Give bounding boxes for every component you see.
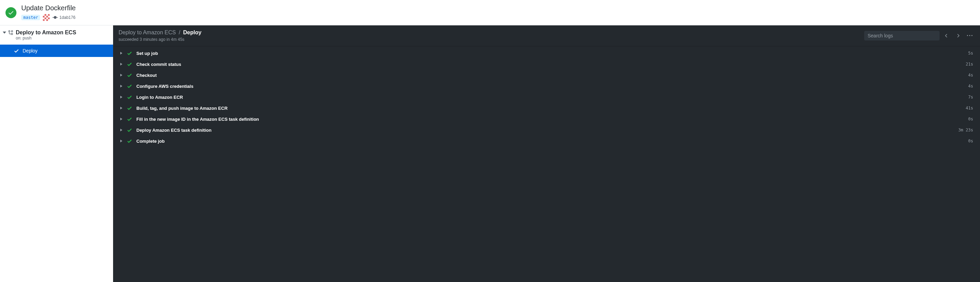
chevron-right-icon: [120, 74, 123, 77]
workflow-trigger: on: push: [16, 36, 76, 40]
breadcrumb-parent[interactable]: Deploy to Amazon ECS: [119, 29, 176, 35]
step-time: 5s: [968, 51, 973, 56]
breadcrumb: Deploy to Amazon ECS / Deploy: [119, 29, 202, 36]
commit-icon: [52, 15, 58, 20]
step-row[interactable]: Complete job 0s: [113, 136, 980, 146]
step-time: 41s: [966, 106, 973, 111]
next-button[interactable]: [953, 31, 963, 40]
workflow-title: Deploy to Amazon ECS: [16, 29, 76, 36]
chevron-right-icon: [120, 63, 123, 66]
step-time: 21s: [966, 62, 973, 67]
step-time: 3m 23s: [958, 128, 973, 132]
workflow-header[interactable]: Deploy to Amazon ECS on: push: [0, 26, 113, 42]
breadcrumb-current: Deploy: [183, 29, 202, 35]
check-icon: [127, 83, 132, 89]
step-time: 4s: [968, 84, 973, 88]
breadcrumb-sep: /: [179, 29, 180, 35]
chevron-right-icon: [120, 118, 123, 120]
step-name: Check commit status: [136, 62, 961, 67]
step-row[interactable]: Set up job 5s: [113, 48, 980, 59]
step-name: Build, tag, and push image to Amazon ECR: [136, 106, 961, 111]
check-icon: [127, 61, 132, 67]
chevron-right-icon: [120, 52, 123, 54]
chevron-right-icon: [120, 139, 123, 143]
sidebar: Deploy to Amazon ECS on: push Deploy: [0, 26, 113, 282]
step-row[interactable]: Deploy Amazon ECS task definition 3m 23s: [113, 125, 980, 136]
chevron-down-icon: [3, 31, 6, 34]
step-name: Set up job: [136, 51, 964, 56]
steps-list: Set up job 5s Check commit status 21s Ch…: [113, 46, 980, 282]
chevron-right-icon: [120, 85, 123, 88]
chevron-right-icon: [120, 107, 123, 109]
commit-sha[interactable]: 1dab176: [52, 15, 75, 20]
check-icon: [127, 72, 132, 78]
chevron-right-icon: [120, 96, 123, 98]
svg-point-1: [11, 30, 13, 32]
check-icon: [127, 116, 132, 122]
check-icon: [127, 95, 132, 100]
commit-title: Update Dockerfile: [21, 4, 76, 12]
step-name: Deploy Amazon ECS task definition: [136, 128, 954, 133]
avatar[interactable]: [43, 14, 50, 21]
step-time: 0s: [968, 117, 973, 122]
commit-header: Update Dockerfile master 1dab176: [0, 0, 980, 26]
step-row[interactable]: Login to Amazon ECR 7s: [113, 91, 980, 103]
step-name: Fill in the new image ID in the Amazon E…: [136, 117, 964, 122]
step-name: Login to Amazon ECR: [136, 95, 964, 100]
kebab-menu-button[interactable]: [965, 31, 975, 40]
step-row[interactable]: Checkout 4s: [113, 70, 980, 81]
svg-point-2: [11, 33, 13, 35]
step-time: 4s: [968, 73, 973, 77]
check-icon: [127, 105, 132, 111]
check-icon: [127, 127, 132, 133]
prev-button[interactable]: [942, 31, 951, 40]
status-success-icon: [5, 7, 16, 18]
log-panel: Deploy to Amazon ECS / Deploy succeeded …: [113, 26, 980, 282]
commit-sha-text: 1dab176: [59, 15, 75, 20]
job-label: Deploy: [22, 48, 38, 53]
step-name: Configure AWS credentials: [136, 84, 964, 89]
workflow-icon: [8, 30, 14, 36]
branch-label[interactable]: master: [21, 15, 40, 20]
step-row[interactable]: Fill in the new image ID in the Amazon E…: [113, 114, 980, 125]
search-input[interactable]: [864, 31, 940, 40]
log-header: Deploy to Amazon ECS / Deploy succeeded …: [113, 26, 980, 46]
step-time: 7s: [968, 95, 973, 99]
step-row[interactable]: Check commit status 21s: [113, 59, 980, 70]
sidebar-job-deploy[interactable]: Deploy: [0, 45, 113, 57]
status-line: succeeded 3 minutes ago in 4m 45s: [119, 37, 202, 42]
step-time: 0s: [968, 139, 973, 143]
step-row[interactable]: Build, tag, and push image to Amazon ECR…: [113, 103, 980, 114]
step-name: Complete job: [136, 139, 964, 144]
check-icon: [14, 48, 19, 53]
step-row[interactable]: Configure AWS credentials 4s: [113, 81, 980, 91]
chevron-right-icon: [120, 129, 123, 131]
step-name: Checkout: [136, 73, 964, 78]
check-icon: [127, 50, 132, 56]
check-icon: [127, 138, 132, 144]
